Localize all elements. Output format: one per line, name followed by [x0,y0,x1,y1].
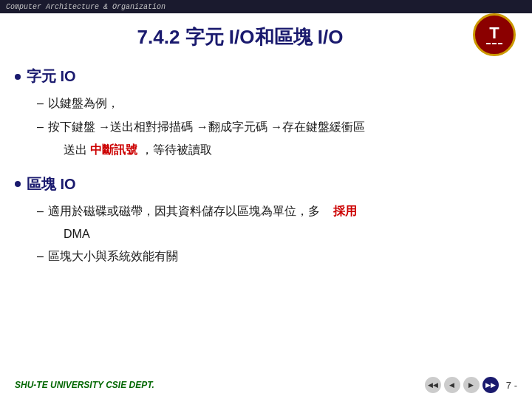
item-text: 按下鍵盤 →送出相對掃描碼 →翻成字元碼 →存在鍵盤緩衝區 [48,117,517,137]
block-io-list: – 適用於磁碟或磁帶，因其資料儲存以區塊為單位，多 採用 DMA – 區塊大小與… [15,202,517,266]
item-text: 以鍵盤為例， [48,94,517,113]
interrupt-label: 中斷訊號 [90,143,137,156]
indent-block: 送出 中斷訊號 ，等待被讀取 [37,140,517,160]
block-io-section: 區塊 IO – 適用於磁碟或磁帶，因其資料儲存以區塊為單位，多 採用 DMA –… [15,174,517,266]
bullet-icon [15,181,21,187]
nav-last-button[interactable]: ▶▶ [482,377,499,393]
char-io-header: 字元 IO [15,66,517,86]
item-text: 區塊大小與系統效能有關 [48,247,517,266]
nav-next-button[interactable]: ▶ [463,377,480,393]
dma-indent: DMA [37,225,517,244]
nav-prev-button[interactable]: ◀ [444,377,460,393]
page-number: 7 - [506,380,517,391]
char-io-title: 字元 IO [27,66,76,86]
list-dash: – [37,247,44,266]
bullet-icon [15,74,21,80]
block-io-header: 區塊 IO [15,174,517,194]
page-title: 7.4.2 字元 I/O和區塊 I/O [15,24,517,50]
course-title: Computer Architecture & Organization [6,3,166,11]
main-content: 7.4.2 字元 I/O和區塊 I/O 字元 IO – 以鍵盤為例， – 按下鍵… [0,13,532,288]
footer: SHU-TE UNIVERSITY CSIE DEPT. ◀◀ ◀ ▶ ▶▶ 7… [0,377,532,393]
nav-first-button[interactable]: ◀◀ [425,377,441,393]
item-text: 適用於磁碟或磁帶，因其資料儲存以區塊為單位，多 採用 [48,202,517,221]
list-item: – 區塊大小與系統效能有關 [37,247,517,266]
list-item: – 以鍵盤為例， [37,94,517,113]
navigation-controls[interactable]: ◀◀ ◀ ▶ ▶▶ 7 - [425,377,517,393]
list-dash: – [37,117,44,137]
top-bar: Computer Architecture & Organization [0,0,532,13]
char-io-section: 字元 IO – 以鍵盤為例， – 按下鍵盤 →送出相對掃描碼 →翻成字元碼 →存… [15,66,517,160]
char-io-list: – 以鍵盤為例， – 按下鍵盤 →送出相對掃描碼 →翻成字元碼 →存在鍵盤緩衝區… [15,94,517,160]
dma-text: DMA [64,225,517,244]
indent-text: 送出 中斷訊號 ，等待被讀取 [64,140,517,160]
list-dash: – [37,94,44,113]
list-item: – 按下鍵盤 →送出相對掃描碼 →翻成字元碼 →存在鍵盤緩衝區 [37,117,517,137]
block-io-title: 區塊 IO [27,174,76,194]
list-item: – 適用於磁碟或磁帶，因其資料儲存以區塊為單位，多 採用 [37,202,517,221]
dma-label: 採用 [333,205,357,217]
university-label: SHU-TE UNIVERSITY CSIE DEPT. [15,380,154,390]
list-dash: – [37,202,44,221]
